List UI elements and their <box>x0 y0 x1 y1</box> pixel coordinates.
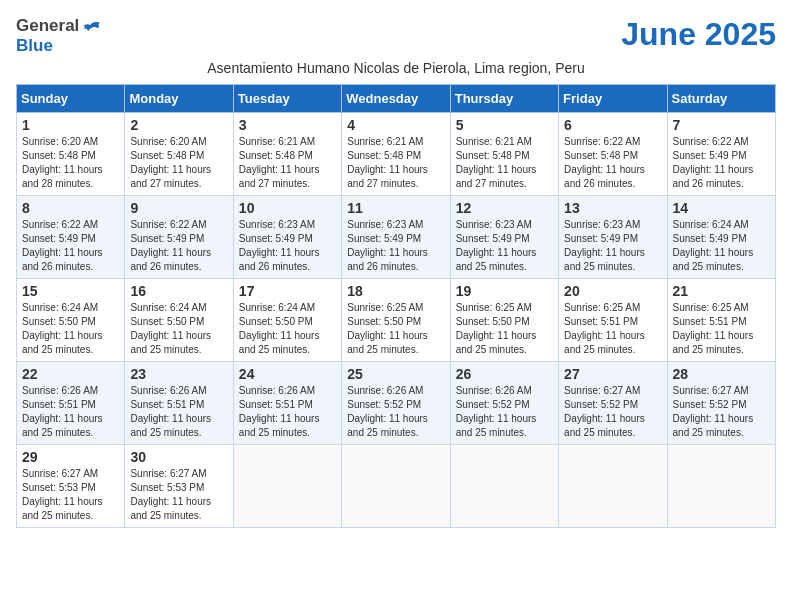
calendar-cell: 27Sunrise: 6:27 AM Sunset: 5:52 PM Dayli… <box>559 362 667 445</box>
calendar-cell <box>667 445 775 528</box>
day-info: Sunrise: 6:22 AM Sunset: 5:48 PM Dayligh… <box>564 135 661 191</box>
weekday-header-row: SundayMondayTuesdayWednesdayThursdayFrid… <box>17 85 776 113</box>
day-number: 1 <box>22 117 119 133</box>
calendar-cell: 12Sunrise: 6:23 AM Sunset: 5:49 PM Dayli… <box>450 196 558 279</box>
day-info: Sunrise: 6:24 AM Sunset: 5:49 PM Dayligh… <box>673 218 770 274</box>
day-number: 30 <box>130 449 227 465</box>
day-info: Sunrise: 6:26 AM Sunset: 5:51 PM Dayligh… <box>22 384 119 440</box>
day-info: Sunrise: 6:24 AM Sunset: 5:50 PM Dayligh… <box>239 301 336 357</box>
calendar-cell: 29Sunrise: 6:27 AM Sunset: 5:53 PM Dayli… <box>17 445 125 528</box>
calendar-cell: 13Sunrise: 6:23 AM Sunset: 5:49 PM Dayli… <box>559 196 667 279</box>
day-number: 21 <box>673 283 770 299</box>
day-number: 3 <box>239 117 336 133</box>
calendar-cell: 6Sunrise: 6:22 AM Sunset: 5:48 PM Daylig… <box>559 113 667 196</box>
day-number: 15 <box>22 283 119 299</box>
day-info: Sunrise: 6:23 AM Sunset: 5:49 PM Dayligh… <box>239 218 336 274</box>
calendar-subtitle: Asentamiento Humano Nicolas de Pierola, … <box>16 60 776 76</box>
day-number: 2 <box>130 117 227 133</box>
calendar-cell: 8Sunrise: 6:22 AM Sunset: 5:49 PM Daylig… <box>17 196 125 279</box>
day-number: 14 <box>673 200 770 216</box>
calendar-cell: 22Sunrise: 6:26 AM Sunset: 5:51 PM Dayli… <box>17 362 125 445</box>
day-info: Sunrise: 6:26 AM Sunset: 5:51 PM Dayligh… <box>239 384 336 440</box>
month-title: June 2025 <box>621 16 776 53</box>
calendar-cell: 19Sunrise: 6:25 AM Sunset: 5:50 PM Dayli… <box>450 279 558 362</box>
calendar-week-4: 22Sunrise: 6:26 AM Sunset: 5:51 PM Dayli… <box>17 362 776 445</box>
day-number: 6 <box>564 117 661 133</box>
weekday-wednesday: Wednesday <box>342 85 450 113</box>
calendar-cell <box>559 445 667 528</box>
calendar-cell: 1Sunrise: 6:20 AM Sunset: 5:48 PM Daylig… <box>17 113 125 196</box>
day-info: Sunrise: 6:23 AM Sunset: 5:49 PM Dayligh… <box>564 218 661 274</box>
day-info: Sunrise: 6:22 AM Sunset: 5:49 PM Dayligh… <box>130 218 227 274</box>
day-info: Sunrise: 6:20 AM Sunset: 5:48 PM Dayligh… <box>22 135 119 191</box>
calendar-cell: 11Sunrise: 6:23 AM Sunset: 5:49 PM Dayli… <box>342 196 450 279</box>
logo-bird-icon <box>81 16 101 36</box>
weekday-friday: Friday <box>559 85 667 113</box>
logo: General Blue <box>16 16 101 56</box>
day-info: Sunrise: 6:25 AM Sunset: 5:50 PM Dayligh… <box>347 301 444 357</box>
calendar-cell: 20Sunrise: 6:25 AM Sunset: 5:51 PM Dayli… <box>559 279 667 362</box>
day-number: 19 <box>456 283 553 299</box>
day-info: Sunrise: 6:25 AM Sunset: 5:51 PM Dayligh… <box>673 301 770 357</box>
logo-blue: Blue <box>16 36 53 55</box>
day-info: Sunrise: 6:22 AM Sunset: 5:49 PM Dayligh… <box>673 135 770 191</box>
day-number: 26 <box>456 366 553 382</box>
logo-general: General <box>16 16 79 36</box>
calendar-cell: 14Sunrise: 6:24 AM Sunset: 5:49 PM Dayli… <box>667 196 775 279</box>
calendar-cell: 28Sunrise: 6:27 AM Sunset: 5:52 PM Dayli… <box>667 362 775 445</box>
day-number: 20 <box>564 283 661 299</box>
calendar-cell: 9Sunrise: 6:22 AM Sunset: 5:49 PM Daylig… <box>125 196 233 279</box>
calendar-table: SundayMondayTuesdayWednesdayThursdayFrid… <box>16 84 776 528</box>
weekday-tuesday: Tuesday <box>233 85 341 113</box>
day-info: Sunrise: 6:27 AM Sunset: 5:53 PM Dayligh… <box>130 467 227 523</box>
calendar-body: 1Sunrise: 6:20 AM Sunset: 5:48 PM Daylig… <box>17 113 776 528</box>
day-info: Sunrise: 6:25 AM Sunset: 5:50 PM Dayligh… <box>456 301 553 357</box>
day-info: Sunrise: 6:26 AM Sunset: 5:51 PM Dayligh… <box>130 384 227 440</box>
calendar-cell: 10Sunrise: 6:23 AM Sunset: 5:49 PM Dayli… <box>233 196 341 279</box>
day-number: 8 <box>22 200 119 216</box>
day-number: 12 <box>456 200 553 216</box>
calendar-cell: 25Sunrise: 6:26 AM Sunset: 5:52 PM Dayli… <box>342 362 450 445</box>
calendar-cell: 17Sunrise: 6:24 AM Sunset: 5:50 PM Dayli… <box>233 279 341 362</box>
day-info: Sunrise: 6:21 AM Sunset: 5:48 PM Dayligh… <box>347 135 444 191</box>
day-info: Sunrise: 6:22 AM Sunset: 5:49 PM Dayligh… <box>22 218 119 274</box>
day-number: 28 <box>673 366 770 382</box>
day-info: Sunrise: 6:27 AM Sunset: 5:52 PM Dayligh… <box>564 384 661 440</box>
day-info: Sunrise: 6:26 AM Sunset: 5:52 PM Dayligh… <box>456 384 553 440</box>
day-number: 23 <box>130 366 227 382</box>
day-number: 11 <box>347 200 444 216</box>
calendar-cell: 26Sunrise: 6:26 AM Sunset: 5:52 PM Dayli… <box>450 362 558 445</box>
day-info: Sunrise: 6:23 AM Sunset: 5:49 PM Dayligh… <box>347 218 444 274</box>
calendar-cell: 23Sunrise: 6:26 AM Sunset: 5:51 PM Dayli… <box>125 362 233 445</box>
day-number: 16 <box>130 283 227 299</box>
day-number: 4 <box>347 117 444 133</box>
weekday-monday: Monday <box>125 85 233 113</box>
calendar-cell: 3Sunrise: 6:21 AM Sunset: 5:48 PM Daylig… <box>233 113 341 196</box>
calendar-cell: 18Sunrise: 6:25 AM Sunset: 5:50 PM Dayli… <box>342 279 450 362</box>
weekday-saturday: Saturday <box>667 85 775 113</box>
calendar-cell <box>450 445 558 528</box>
day-info: Sunrise: 6:21 AM Sunset: 5:48 PM Dayligh… <box>456 135 553 191</box>
day-number: 27 <box>564 366 661 382</box>
day-info: Sunrise: 6:21 AM Sunset: 5:48 PM Dayligh… <box>239 135 336 191</box>
calendar-week-3: 15Sunrise: 6:24 AM Sunset: 5:50 PM Dayli… <box>17 279 776 362</box>
calendar-cell: 24Sunrise: 6:26 AM Sunset: 5:51 PM Dayli… <box>233 362 341 445</box>
day-info: Sunrise: 6:25 AM Sunset: 5:51 PM Dayligh… <box>564 301 661 357</box>
page-header: General Blue June 2025 <box>16 16 776 56</box>
day-number: 9 <box>130 200 227 216</box>
calendar-cell <box>342 445 450 528</box>
day-number: 13 <box>564 200 661 216</box>
day-number: 22 <box>22 366 119 382</box>
day-info: Sunrise: 6:23 AM Sunset: 5:49 PM Dayligh… <box>456 218 553 274</box>
day-info: Sunrise: 6:26 AM Sunset: 5:52 PM Dayligh… <box>347 384 444 440</box>
day-number: 7 <box>673 117 770 133</box>
calendar-cell: 16Sunrise: 6:24 AM Sunset: 5:50 PM Dayli… <box>125 279 233 362</box>
calendar-cell: 21Sunrise: 6:25 AM Sunset: 5:51 PM Dayli… <box>667 279 775 362</box>
calendar-cell: 15Sunrise: 6:24 AM Sunset: 5:50 PM Dayli… <box>17 279 125 362</box>
weekday-sunday: Sunday <box>17 85 125 113</box>
day-info: Sunrise: 6:20 AM Sunset: 5:48 PM Dayligh… <box>130 135 227 191</box>
day-info: Sunrise: 6:24 AM Sunset: 5:50 PM Dayligh… <box>130 301 227 357</box>
calendar-cell: 4Sunrise: 6:21 AM Sunset: 5:48 PM Daylig… <box>342 113 450 196</box>
calendar-week-5: 29Sunrise: 6:27 AM Sunset: 5:53 PM Dayli… <box>17 445 776 528</box>
day-number: 24 <box>239 366 336 382</box>
